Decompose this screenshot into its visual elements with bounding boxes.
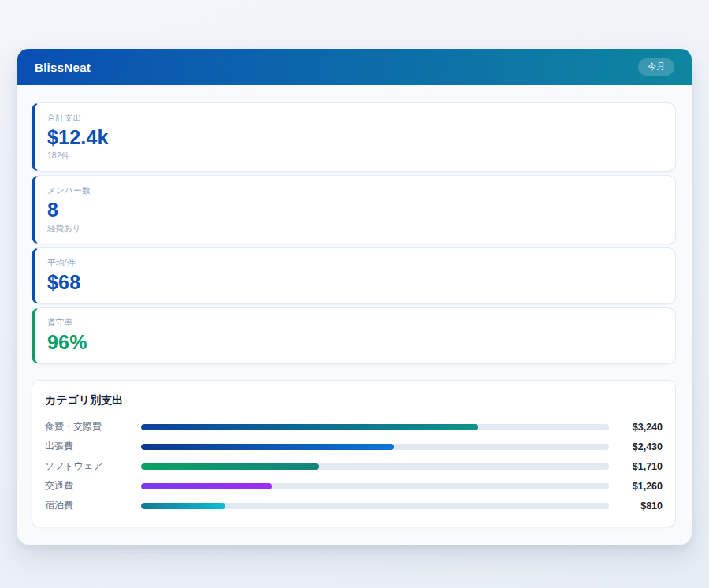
stat-card-compliance-rate: 遵守率 96% xyxy=(32,307,676,364)
category-value: $3,240 xyxy=(609,422,663,433)
category-bar-fill xyxy=(141,424,478,430)
stat-label: 合計支出 xyxy=(47,113,663,124)
stat-card-total-spend: 合計支出 $12.4k 182件 xyxy=(32,102,676,172)
stat-label: 平均/件 xyxy=(47,258,663,269)
stat-value: 8 xyxy=(47,198,663,221)
category-bar-track xyxy=(141,483,609,489)
category-bar-fill xyxy=(141,503,225,509)
category-label: 交通費 xyxy=(45,479,141,493)
category-label: ソフトウェア xyxy=(45,460,141,473)
category-bar-track xyxy=(141,444,609,450)
category-bar-track xyxy=(141,503,609,509)
dashboard-panel: BlissNeat 今月 合計支出 $12.4k 182件 メンバー数 8 経費… xyxy=(17,49,692,545)
category-bar-fill xyxy=(141,444,394,450)
category-value: $1,260 xyxy=(609,481,663,492)
panel-body: 合計支出 $12.4k 182件 メンバー数 8 経費あり 平均/件 $68 遵… xyxy=(17,85,692,545)
stat-card-average-per-item: 平均/件 $68 xyxy=(32,247,676,304)
stat-value: 96% xyxy=(47,330,663,354)
category-bar-track xyxy=(141,424,609,430)
app-header: BlissNeat 今月 xyxy=(17,49,692,85)
stat-label: 遵守率 xyxy=(47,318,663,329)
category-row: 出張費 $2,430 xyxy=(45,437,663,456)
category-bar-track xyxy=(141,463,609,470)
category-label: 食費・交際費 xyxy=(45,420,141,434)
category-title: カテゴリ別支出 xyxy=(45,393,663,408)
period-badge[interactable]: 今月 xyxy=(638,58,674,75)
category-value: $810 xyxy=(609,501,663,512)
category-row: ソフトウェア $1,710 xyxy=(45,456,663,476)
stat-sub: 経費あり xyxy=(47,223,663,234)
stat-value: $12.4k xyxy=(47,125,663,149)
category-value: $1,710 xyxy=(609,461,663,472)
stats-list: 合計支出 $12.4k 182件 メンバー数 8 経費あり 平均/件 $68 遵… xyxy=(32,102,676,364)
category-bar-fill xyxy=(141,483,272,489)
stat-label: メンバー数 xyxy=(47,185,663,196)
category-label: 出張費 xyxy=(45,440,141,453)
stat-sub: 182件 xyxy=(47,151,663,162)
category-bar-fill xyxy=(141,463,319,470)
category-label: 宿泊費 xyxy=(45,499,141,512)
category-row: 食費・交際費 $3,240 xyxy=(45,417,663,437)
stat-value: $68 xyxy=(47,270,663,294)
category-row: 宿泊費 $810 xyxy=(45,496,663,515)
stat-card-member-count: メンバー数 8 経費あり xyxy=(32,175,676,244)
category-row: 交通費 $1,260 xyxy=(45,476,663,496)
category-value: $2,430 xyxy=(609,441,663,452)
category-breakdown-card: カテゴリ別支出 食費・交際費 $3,240 出張費 $2,430 ソフトウェア … xyxy=(32,380,676,527)
app-title: BlissNeat xyxy=(35,61,91,74)
